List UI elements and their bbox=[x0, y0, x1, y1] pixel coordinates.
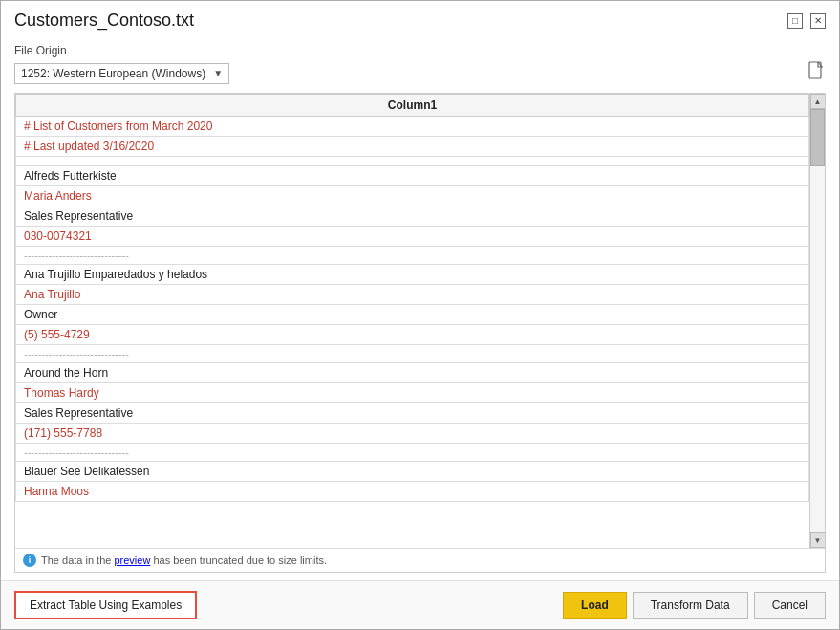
table-scroll[interactable]: Column1 # List of Customers from March 2… bbox=[15, 94, 809, 548]
table-row: Around the Horn bbox=[16, 363, 809, 383]
table-cell: (5) 555-4729 bbox=[16, 325, 809, 345]
preview-link[interactable]: preview bbox=[114, 554, 150, 566]
scrollbar-groove[interactable] bbox=[810, 109, 825, 532]
table-row: Thomas Hardy bbox=[16, 383, 809, 403]
window-controls: □ ✕ bbox=[787, 13, 826, 29]
dropdown-arrow-icon: ▼ bbox=[213, 68, 223, 78]
load-button[interactable]: Load bbox=[563, 592, 627, 619]
info-message: The data in the preview has been truncat… bbox=[41, 554, 327, 566]
extract-table-button[interactable]: Extract Table Using Examples bbox=[14, 591, 197, 619]
table-cell: Ana Trujillo bbox=[16, 285, 809, 305]
table-row: Alfreds Futterkiste bbox=[16, 166, 809, 186]
info-icon: i bbox=[23, 554, 36, 567]
table-row: Ana Trujillo Emparedados y helados bbox=[16, 265, 809, 285]
dialog-window: Customers_Contoso.txt □ ✕ File Origin 12… bbox=[0, 0, 840, 630]
table-row: Owner bbox=[16, 305, 809, 325]
table-cell: Blauer See Delikatessen bbox=[16, 462, 809, 482]
table-row: Sales Representative bbox=[16, 206, 809, 227]
table-cell: # List of Customers from March 2020 bbox=[16, 117, 809, 137]
content-area: File Origin 1252: Western European (Wind… bbox=[1, 36, 839, 580]
svg-rect-0 bbox=[809, 62, 821, 78]
table-cell: ------------------------------ bbox=[16, 247, 809, 265]
table-row: # List of Customers from March 2020 bbox=[16, 117, 809, 137]
table-cell: Ana Trujillo Emparedados y helados bbox=[16, 265, 809, 285]
file-origin-label: File Origin bbox=[14, 44, 826, 57]
data-table-wrapper: Column1 # List of Customers from March 2… bbox=[14, 93, 826, 573]
table-cell: ------------------------------ bbox=[16, 345, 809, 363]
file-icon bbox=[808, 61, 826, 85]
table-cell: Sales Representative bbox=[16, 206, 809, 227]
scroll-outer: Column1 # List of Customers from March 2… bbox=[15, 94, 825, 548]
table-row: 030-0074321 bbox=[16, 227, 809, 247]
table-cell: # Last updated 3/16/2020 bbox=[16, 137, 809, 157]
column-header: Column1 bbox=[16, 95, 809, 117]
footer: Extract Table Using Examples Load Transf… bbox=[1, 580, 839, 629]
table-row: # Last updated 3/16/2020 bbox=[16, 137, 809, 157]
table-cell: Sales Representative bbox=[16, 403, 809, 424]
data-table: Column1 # List of Customers from March 2… bbox=[15, 94, 809, 502]
table-cell: (171) 555-7788 bbox=[16, 424, 809, 444]
table-cell: Thomas Hardy bbox=[16, 383, 809, 403]
table-row: Hanna Moos bbox=[16, 482, 809, 502]
table-row: Blauer See Delikatessen bbox=[16, 462, 809, 482]
table-row: ------------------------------ bbox=[16, 247, 809, 265]
table-cell: Around the Horn bbox=[16, 363, 809, 383]
info-bar: i The data in the preview has been trunc… bbox=[15, 548, 825, 572]
scroll-down-button[interactable]: ▼ bbox=[810, 532, 826, 548]
transform-data-button[interactable]: Transform Data bbox=[633, 592, 748, 619]
footer-buttons: Load Transform Data Cancel bbox=[563, 592, 826, 619]
close-button[interactable]: ✕ bbox=[810, 13, 826, 29]
table-row: (171) 555-7788 bbox=[16, 424, 809, 444]
table-cell: Hanna Moos bbox=[16, 482, 809, 502]
table-cell: ------------------------------ bbox=[16, 444, 809, 462]
table-cell: 030-0074321 bbox=[16, 227, 809, 247]
table-row: Maria Anders bbox=[16, 186, 809, 206]
scrollbar-thumb[interactable] bbox=[810, 109, 825, 166]
table-cell: Owner bbox=[16, 305, 809, 325]
scrollbar[interactable]: ▲ ▼ bbox=[809, 94, 825, 548]
title-bar: Customers_Contoso.txt □ ✕ bbox=[1, 1, 839, 36]
minimize-button[interactable]: □ bbox=[787, 13, 803, 29]
file-origin-dropdown[interactable]: 1252: Western European (Windows) ▼ bbox=[14, 63, 229, 84]
dialog-title: Customers_Contoso.txt bbox=[14, 11, 194, 31]
table-cell: Alfreds Futterkiste bbox=[16, 166, 809, 186]
table-row: Sales Representative bbox=[16, 403, 809, 424]
table-cell bbox=[16, 157, 809, 166]
table-row: (5) 555-4729 bbox=[16, 325, 809, 345]
file-origin-value: 1252: Western European (Windows) bbox=[21, 67, 205, 80]
scroll-up-button[interactable]: ▲ bbox=[810, 94, 826, 109]
file-origin-row: 1252: Western European (Windows) ▼ bbox=[14, 61, 826, 85]
table-row: ------------------------------ bbox=[16, 444, 809, 462]
table-row: Ana Trujillo bbox=[16, 285, 809, 305]
table-cell: Maria Anders bbox=[16, 186, 809, 206]
cancel-button[interactable]: Cancel bbox=[754, 592, 826, 619]
table-row bbox=[16, 157, 809, 166]
table-row: ------------------------------ bbox=[16, 345, 809, 363]
